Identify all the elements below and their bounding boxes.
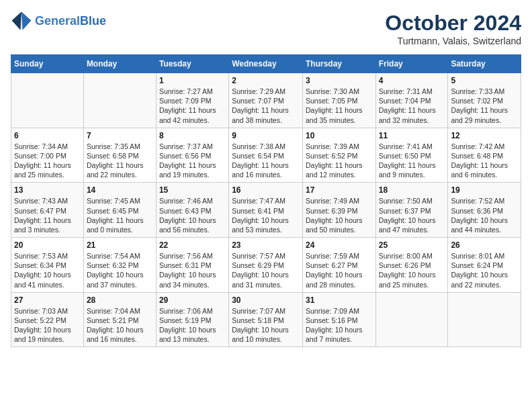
day-info: Sunrise: 7:59 AM Sunset: 6:27 PM Dayligh… <box>306 251 373 289</box>
calendar-cell: 22 Sunrise: 7:56 AM Sunset: 6:31 PM Dayl… <box>156 238 228 293</box>
title-block: October 2024 Turtmann, Valais, Switzerla… <box>385 11 521 46</box>
daylight: Daylight: 10 hours and 41 minutes. <box>14 271 71 288</box>
page-header: GeneralBlue October 2024 Turtmann, Valai… <box>11 11 521 46</box>
calendar-cell: 31 Sunrise: 7:09 AM Sunset: 5:16 PM Dayl… <box>302 292 375 347</box>
sunrise: Sunrise: 7:37 AM <box>159 142 213 150</box>
calendar-cell: 9 Sunrise: 7:38 AM Sunset: 6:54 PM Dayli… <box>229 128 303 183</box>
day-info: Sunrise: 7:54 AM Sunset: 6:32 PM Dayligh… <box>87 251 153 289</box>
day-number: 13 <box>14 185 81 195</box>
calendar-week-row: 6 Sunrise: 7:34 AM Sunset: 7:00 PM Dayli… <box>11 128 521 183</box>
calendar-cell: 21 Sunrise: 7:54 AM Sunset: 6:32 PM Dayl… <box>83 238 156 293</box>
day-number: 1 <box>159 76 226 85</box>
logo-text: GeneralBlue <box>35 15 106 28</box>
day-number: 16 <box>232 185 300 195</box>
daylight: Daylight: 10 hours and 28 minutes. <box>306 271 363 288</box>
sunset: Sunset: 6:47 PM <box>14 207 66 215</box>
day-info: Sunrise: 7:29 AM Sunset: 7:07 PM Dayligh… <box>232 87 300 125</box>
day-number: 17 <box>306 185 373 195</box>
sunrise: Sunrise: 7:53 AM <box>14 252 68 260</box>
day-number: 22 <box>159 240 226 250</box>
sunrise: Sunrise: 7:46 AM <box>159 197 213 205</box>
calendar-cell: 10 Sunrise: 7:39 AM Sunset: 6:52 PM Dayl… <box>302 128 375 183</box>
day-info: Sunrise: 7:31 AM Sunset: 7:04 PM Dayligh… <box>379 87 445 125</box>
calendar-week-row: 27 Sunrise: 7:03 AM Sunset: 5:22 PM Dayl… <box>11 292 521 347</box>
sunset: Sunset: 6:58 PM <box>87 152 139 160</box>
sunset: Sunset: 6:37 PM <box>379 207 431 215</box>
daylight: Daylight: 11 hours and 25 minutes. <box>14 161 71 179</box>
calendar-cell <box>448 292 521 347</box>
daylight: Daylight: 10 hours and 16 minutes. <box>87 326 144 343</box>
day-info: Sunrise: 8:01 AM Sunset: 6:24 PM Dayligh… <box>451 251 518 289</box>
day-number: 28 <box>87 295 153 305</box>
day-number: 14 <box>87 185 153 195</box>
day-info: Sunrise: 7:06 AM Sunset: 5:19 PM Dayligh… <box>159 306 226 345</box>
sunset: Sunset: 5:21 PM <box>87 316 139 324</box>
day-info: Sunrise: 7:07 AM Sunset: 5:18 PM Dayligh… <box>232 306 300 345</box>
daylight: Daylight: 10 hours and 50 minutes. <box>306 216 363 234</box>
day-number: 6 <box>14 131 81 140</box>
calendar-table: SundayMondayTuesdayWednesdayThursdayFrid… <box>11 54 521 347</box>
day-number: 25 <box>379 240 445 250</box>
daylight: Daylight: 10 hours and 56 minutes. <box>159 216 216 234</box>
weekday-header: Monday <box>83 55 156 73</box>
sunrise: Sunrise: 7:52 AM <box>451 197 504 205</box>
daylight: Daylight: 11 hours and 0 minutes. <box>87 216 144 234</box>
sunrise: Sunrise: 7:39 AM <box>306 142 359 150</box>
calendar-week-row: 20 Sunrise: 7:53 AM Sunset: 6:34 PM Dayl… <box>11 238 521 293</box>
weekday-header: Friday <box>375 55 448 73</box>
calendar-cell <box>11 73 84 128</box>
day-number: 8 <box>159 131 226 140</box>
day-number: 20 <box>14 240 81 250</box>
daylight: Daylight: 11 hours and 42 minutes. <box>159 106 216 124</box>
sunset: Sunset: 6:32 PM <box>87 261 139 269</box>
weekday-header: Thursday <box>302 55 375 73</box>
sunset: Sunset: 5:18 PM <box>232 316 284 324</box>
sunrise: Sunrise: 7:33 AM <box>451 87 504 95</box>
calendar-cell: 1 Sunrise: 7:27 AM Sunset: 7:09 PM Dayli… <box>156 73 228 128</box>
sunset: Sunset: 7:05 PM <box>306 97 358 105</box>
day-info: Sunrise: 7:33 AM Sunset: 7:02 PM Dayligh… <box>451 87 518 125</box>
calendar-cell: 6 Sunrise: 7:34 AM Sunset: 7:00 PM Dayli… <box>11 128 84 183</box>
calendar-cell: 27 Sunrise: 7:03 AM Sunset: 5:22 PM Dayl… <box>11 292 84 347</box>
day-info: Sunrise: 7:37 AM Sunset: 6:56 PM Dayligh… <box>159 142 226 180</box>
calendar-cell: 2 Sunrise: 7:29 AM Sunset: 7:07 PM Dayli… <box>229 73 303 128</box>
day-info: Sunrise: 7:57 AM Sunset: 6:29 PM Dayligh… <box>232 251 300 289</box>
daylight: Daylight: 10 hours and 44 minutes. <box>451 216 508 234</box>
calendar-cell: 7 Sunrise: 7:35 AM Sunset: 6:58 PM Dayli… <box>83 128 156 183</box>
daylight: Daylight: 11 hours and 12 minutes. <box>306 161 363 179</box>
day-info: Sunrise: 7:27 AM Sunset: 7:09 PM Dayligh… <box>159 87 226 125</box>
day-info: Sunrise: 7:50 AM Sunset: 6:37 PM Dayligh… <box>379 196 445 234</box>
sunset: Sunset: 6:43 PM <box>159 207 212 215</box>
sunrise: Sunrise: 7:34 AM <box>14 142 68 150</box>
calendar-cell: 3 Sunrise: 7:30 AM Sunset: 7:05 PM Dayli… <box>302 73 375 128</box>
calendar-cell: 4 Sunrise: 7:31 AM Sunset: 7:04 PM Dayli… <box>375 73 448 128</box>
sunset: Sunset: 6:31 PM <box>159 261 212 269</box>
daylight: Daylight: 11 hours and 22 minutes. <box>87 161 144 179</box>
calendar-cell: 11 Sunrise: 7:41 AM Sunset: 6:50 PM Dayl… <box>375 128 448 183</box>
sunrise: Sunrise: 7:31 AM <box>379 87 433 95</box>
location: Turtmann, Valais, Switzerland <box>385 36 521 46</box>
day-info: Sunrise: 7:45 AM Sunset: 6:45 PM Dayligh… <box>87 196 153 234</box>
weekday-header: Sunday <box>11 55 84 73</box>
day-info: Sunrise: 7:49 AM Sunset: 6:39 PM Dayligh… <box>306 196 373 234</box>
day-number: 3 <box>306 76 373 85</box>
daylight: Daylight: 10 hours and 22 minutes. <box>451 271 508 288</box>
daylight: Daylight: 10 hours and 37 minutes. <box>87 271 144 288</box>
day-number: 19 <box>451 185 518 195</box>
calendar-cell: 30 Sunrise: 7:07 AM Sunset: 5:18 PM Dayl… <box>229 292 303 347</box>
sunset: Sunset: 6:54 PM <box>232 152 284 160</box>
calendar-week-row: 1 Sunrise: 7:27 AM Sunset: 7:09 PM Dayli… <box>11 73 521 128</box>
day-number: 15 <box>159 185 226 195</box>
daylight: Daylight: 11 hours and 19 minutes. <box>159 161 216 179</box>
sunrise: Sunrise: 7:54 AM <box>87 252 140 260</box>
sunset: Sunset: 6:27 PM <box>306 261 358 269</box>
calendar-cell: 18 Sunrise: 7:50 AM Sunset: 6:37 PM Dayl… <box>375 183 448 238</box>
day-info: Sunrise: 7:53 AM Sunset: 6:34 PM Dayligh… <box>14 251 81 289</box>
day-number: 27 <box>14 295 81 305</box>
sunset: Sunset: 6:26 PM <box>379 261 431 269</box>
sunrise: Sunrise: 7:59 AM <box>306 252 359 260</box>
day-info: Sunrise: 7:52 AM Sunset: 6:36 PM Dayligh… <box>451 196 518 234</box>
daylight: Daylight: 11 hours and 9 minutes. <box>379 161 436 179</box>
sunrise: Sunrise: 7:49 AM <box>306 197 359 205</box>
calendar-cell: 14 Sunrise: 7:45 AM Sunset: 6:45 PM Dayl… <box>83 183 156 238</box>
